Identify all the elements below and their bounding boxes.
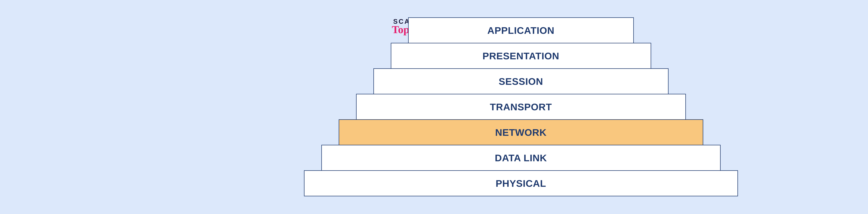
layer-physical: PHYSICAL: [304, 170, 738, 196]
layer-presentation: PRESENTATION: [391, 43, 651, 69]
layer-transport: TRANSPORT: [356, 94, 686, 120]
layer-data-link: DATA LINK: [321, 145, 721, 171]
layer-label: APPLICATION: [487, 25, 554, 36]
osi-model-pyramid: APPLICATION PRESENTATION SESSION TRANSPO…: [304, 17, 738, 196]
layer-network: NETWORK: [339, 119, 703, 145]
layer-label: PRESENTATION: [483, 50, 559, 62]
layer-label: DATA LINK: [495, 152, 547, 164]
layer-label: TRANSPORT: [490, 101, 552, 112]
layer-application: APPLICATION: [408, 17, 634, 43]
layer-label: SESSION: [499, 76, 543, 87]
layer-label: PHYSICAL: [496, 178, 546, 189]
layer-session: SESSION: [373, 68, 669, 94]
layer-label: NETWORK: [495, 127, 547, 138]
